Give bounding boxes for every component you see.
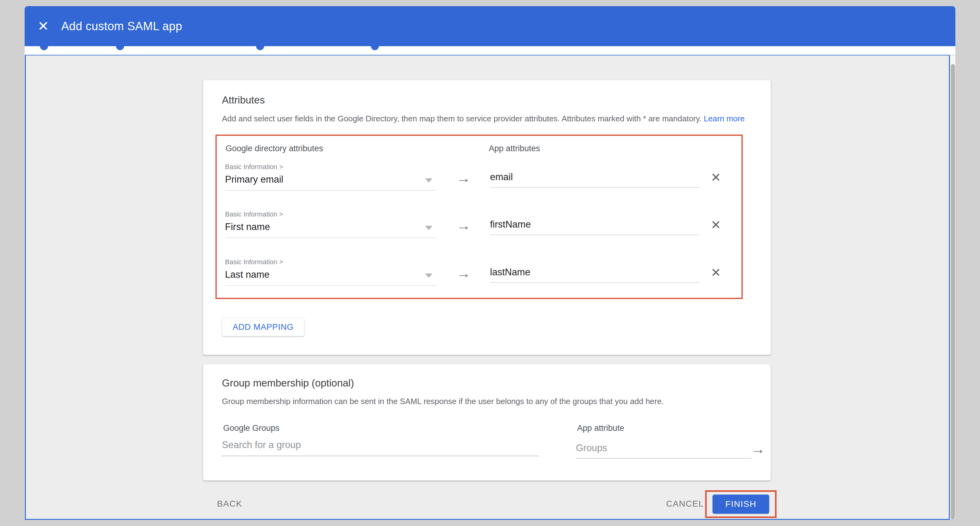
- add-mapping-button[interactable]: ADD MAPPING: [222, 318, 304, 336]
- attributes-card-description: Add and select user fields in the Google…: [222, 114, 745, 123]
- app-attribute-field: [490, 172, 699, 188]
- select-underline: [225, 285, 436, 286]
- dialog-title: Add custom SAML app: [61, 20, 182, 33]
- mapping-row: Basic Information > Last name → ✕: [225, 258, 736, 304]
- google-directory-attributes-header: Google directory attributes: [226, 144, 323, 153]
- map-arrow-icon: →: [457, 217, 471, 234]
- map-arrow-icon: →: [457, 265, 471, 282]
- group-app-attribute-input[interactable]: [576, 443, 752, 458]
- remove-mapping-icon[interactable]: ✕: [711, 170, 721, 185]
- select-underline: [225, 190, 436, 191]
- app-attribute-input[interactable]: [490, 267, 699, 282]
- finish-annotation-box: FINISH: [705, 490, 776, 518]
- chevron-down-icon[interactable]: [425, 274, 433, 278]
- directory-category-label: Basic Information >: [225, 258, 283, 266]
- directory-field-select[interactable]: First name: [225, 222, 270, 233]
- group-arrow-icon: →: [751, 441, 765, 457]
- header-strip: [25, 46, 955, 55]
- attributes-card-title: Attributes: [222, 94, 265, 106]
- remove-mapping-icon[interactable]: ✕: [711, 265, 721, 280]
- app-attribute-input[interactable]: [490, 172, 699, 187]
- mapping-row: Basic Information > First name → ✕: [225, 210, 736, 257]
- scrollbar-thumb[interactable]: [951, 64, 955, 519]
- directory-field-select[interactable]: Last name: [225, 269, 270, 280]
- dialog-header: ✕ Add custom SAML app: [25, 6, 955, 46]
- mapping-annotation-box: Google directory attributes App attribut…: [215, 135, 743, 299]
- group-app-attribute-field: [576, 443, 752, 459]
- chevron-down-icon[interactable]: [425, 226, 433, 230]
- back-button[interactable]: BACK: [217, 499, 242, 509]
- remove-mapping-icon[interactable]: ✕: [711, 218, 721, 232]
- app-attributes-header: App attributes: [489, 144, 540, 153]
- learn-more-link[interactable]: Learn more: [704, 114, 745, 123]
- google-groups-label: Google Groups: [223, 424, 280, 433]
- app-attribute-label: App attribute: [577, 424, 624, 433]
- chevron-down-icon[interactable]: [425, 178, 433, 183]
- group-card-title: Group membership (optional): [222, 377, 354, 389]
- directory-category-label: Basic Information >: [225, 210, 283, 218]
- attributes-description-text: Add and select user fields in the Google…: [222, 114, 702, 123]
- map-arrow-icon: →: [457, 170, 471, 186]
- mapping-row: Basic Information > Primary email → ✕: [225, 163, 736, 209]
- app-attribute-field: [490, 267, 699, 283]
- select-underline: [225, 237, 436, 238]
- attributes-card: Attributes Add and select user fields in…: [203, 80, 771, 355]
- app-attribute-field: [490, 219, 699, 235]
- app-attribute-input[interactable]: [490, 219, 699, 234]
- group-membership-card: Group membership (optional) Group member…: [203, 364, 771, 480]
- cancel-button[interactable]: CANCEL: [666, 499, 704, 509]
- group-search-input[interactable]: [222, 440, 539, 456]
- finish-button[interactable]: FINISH: [713, 494, 769, 514]
- directory-category-label: Basic Information >: [225, 163, 283, 171]
- directory-field-select[interactable]: Primary email: [225, 174, 283, 185]
- group-card-description: Group membership information can be sent…: [222, 397, 664, 406]
- group-search-field: [222, 440, 539, 456]
- close-icon[interactable]: ✕: [38, 19, 49, 33]
